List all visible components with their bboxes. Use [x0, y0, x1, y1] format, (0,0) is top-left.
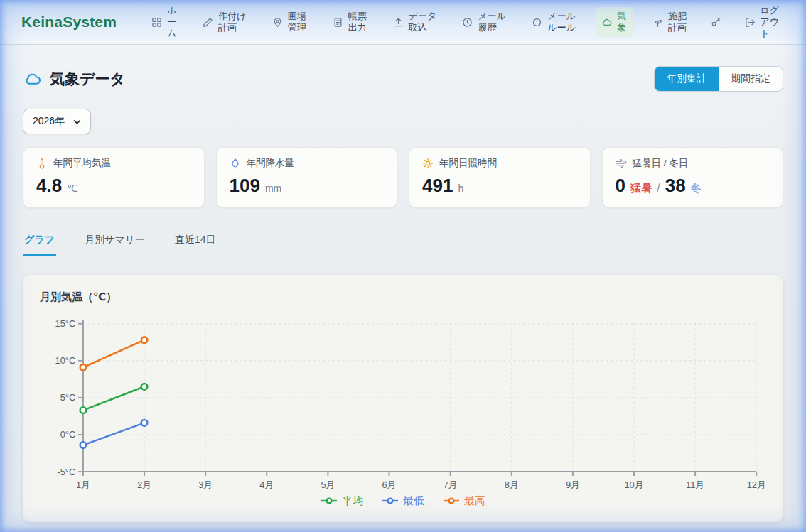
nav-item-crop-plan[interactable]: 作付け計画 [196, 7, 253, 38]
nav-item-logout[interactable]: ログアウト [738, 1, 786, 43]
period-select-button[interactable]: 期間指定 [719, 67, 783, 91]
upload-icon [393, 17, 404, 28]
pencil-icon [203, 17, 213, 28]
stat-value: 4.8 [36, 175, 62, 197]
stat-value: 491 [422, 175, 453, 197]
nav-item-report-output[interactable]: 帳票出力 [326, 7, 374, 38]
stat-unit: h [458, 183, 463, 194]
svg-text:9月: 9月 [566, 479, 580, 490]
legend-marker-icon [321, 496, 338, 505]
chart-title: 月別気温（℃） [40, 291, 766, 304]
main-nav: ホーム 作付け計画 圃場管理 帳票出力 データ取込 メール履歴 メールルール [145, 1, 786, 43]
password-button[interactable] [706, 13, 726, 32]
svg-text:1月: 1月 [76, 479, 90, 490]
nav-label: 作付け計画 [218, 11, 247, 34]
nav-item-field-management[interactable]: 圃場管理 [266, 7, 313, 38]
thermometer-icon [36, 158, 48, 169]
stat-label: 年間日照時間 [439, 157, 497, 170]
svg-text:11月: 11月 [686, 479, 704, 490]
nav-label: ログアウト [761, 5, 780, 40]
separator: / [657, 181, 660, 195]
stat-unit: ℃ [67, 183, 78, 194]
nav-label: データ取込 [409, 11, 437, 34]
svg-text:5°C: 5°C [60, 392, 75, 403]
stat-card-precipitation: 年間降水量 109mm [216, 147, 398, 208]
droplet-icon [230, 158, 241, 169]
nav-item-home[interactable]: ホーム [145, 1, 183, 43]
svg-text:-5°C: -5°C [57, 467, 75, 477]
hot-days-label: 猛暑 [630, 182, 652, 195]
svg-text:8月: 8月 [505, 479, 519, 490]
winter-days-value: 38 [665, 175, 686, 197]
page-title: 気象データ [23, 69, 125, 89]
svg-text:7月: 7月 [444, 479, 458, 490]
nav-item-fertilizer-plan[interactable]: 施肥計画 [646, 7, 694, 38]
legend-marker-icon [382, 496, 399, 505]
stat-card-avg-temp: 年間平均気温 4.8℃ [23, 147, 205, 208]
nav-label: メールルール [547, 11, 576, 34]
nav-label: 圃場管理 [288, 11, 307, 34]
cloud-icon [601, 17, 612, 28]
legend-item-maximum[interactable]: 最高 [443, 494, 485, 508]
history-icon [462, 17, 473, 28]
legend-item-minimum[interactable]: 最低 [382, 494, 424, 508]
stat-unit: mm [265, 183, 281, 194]
tab-graph[interactable]: グラフ [23, 227, 56, 256]
sun-icon [422, 158, 434, 169]
nav-item-mail-history[interactable]: メール履歴 [456, 7, 512, 38]
svg-text:10°C: 10°C [55, 355, 76, 366]
nav-label: ホーム [167, 5, 177, 40]
winter-days-label: 冬 [691, 182, 702, 195]
nav-label: 施肥計画 [668, 11, 687, 34]
brand-logo: KeinaSystem [21, 13, 117, 31]
hot-days-value: 0 [616, 175, 625, 197]
monthly-temperature-chart-card: 月別気温（℃） 15°C10°C5°C0°C-5°C1月2月3月4月5月6月7月… [23, 275, 783, 522]
nav-item-mail-rules[interactable]: メールルール [525, 7, 582, 38]
stat-label: 年間降水量 [247, 157, 295, 170]
tab-bar: グラフ 月別サマリー 直近14日 [23, 227, 783, 256]
svg-text:15°C: 15°C [55, 318, 76, 329]
yearly-summary-button[interactable]: 年別集計 [655, 67, 719, 91]
tab-monthly-summary[interactable]: 月別サマリー [83, 227, 146, 256]
logout-icon [745, 17, 756, 28]
view-toggle-group: 年別集計 期間指定 [654, 66, 783, 92]
year-select-value: 2026年 [33, 115, 65, 128]
svg-text:6月: 6月 [382, 479, 397, 490]
cloud-icon [23, 72, 42, 87]
year-select[interactable]: 2026年 [23, 109, 91, 134]
key-icon [711, 17, 721, 28]
wind-icon [616, 158, 627, 169]
svg-text:4月: 4月 [259, 479, 274, 490]
svg-text:12月: 12月 [747, 479, 766, 490]
stat-label: 年間平均気温 [53, 157, 111, 170]
svg-text:10月: 10月 [625, 479, 644, 490]
stat-label: 猛暑日 / 冬日 [633, 157, 689, 170]
tab-recent-14-days[interactable]: 直近14日 [173, 227, 217, 256]
stat-cards-row: 年間平均気温 4.8℃ 年間降水量 109mm 年間日照時間 491h 猛暑日 … [23, 147, 783, 208]
svg-text:2月: 2月 [137, 479, 151, 490]
nav-label: 気象 [617, 11, 627, 34]
sprout-icon [652, 17, 663, 28]
nav-label: メール履歴 [478, 11, 506, 34]
nav-item-weather[interactable]: 気象 [595, 7, 633, 38]
chart-legend: 平均 最低 最高 [40, 494, 766, 511]
svg-text:0°C: 0°C [60, 429, 75, 440]
top-nav-bar: KeinaSystem ホーム 作付け計画 圃場管理 帳票出力 データ取込 メー… [0, 0, 806, 45]
chevron-down-icon [73, 119, 81, 124]
stat-value: 109 [230, 175, 260, 197]
home-grid-icon [151, 17, 162, 28]
stat-card-sunshine: 年間日照時間 491h [409, 147, 591, 208]
nav-label: 帳票出力 [348, 11, 367, 34]
map-pin-icon [272, 17, 283, 28]
svg-text:3月: 3月 [198, 479, 213, 490]
legend-item-average[interactable]: 平均 [321, 494, 363, 508]
legend-marker-icon [443, 496, 460, 505]
svg-text:5月: 5月 [321, 479, 335, 490]
stat-card-hot-winter-days: 猛暑日 / 冬日 0 猛暑 / 38 冬 [602, 147, 784, 208]
circle-icon [532, 17, 542, 28]
nav-item-data-import[interactable]: データ取込 [387, 7, 444, 38]
document-icon [333, 17, 343, 28]
line-chart: 15°C10°C5°C0°C-5°C1月2月3月4月5月6月7月8月9月10月1… [40, 314, 766, 493]
chart-plot-area: 15°C10°C5°C0°C-5°C1月2月3月4月5月6月7月8月9月10月1… [40, 314, 766, 493]
